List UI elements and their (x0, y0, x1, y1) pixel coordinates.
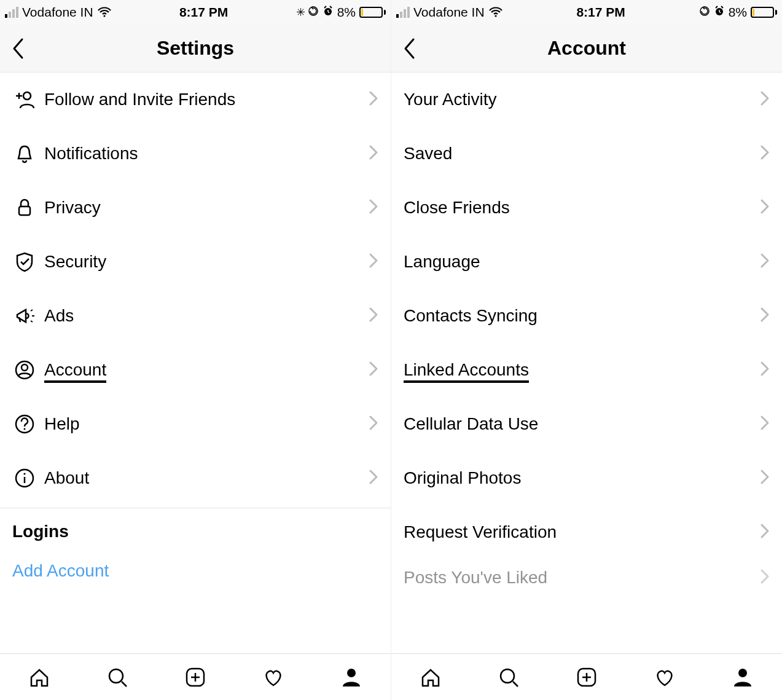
question-circle-icon (12, 412, 44, 436)
row-label: Original Photos (404, 468, 760, 488)
row-original-photos[interactable]: Original Photos (391, 451, 782, 505)
add-friend-icon (12, 87, 44, 112)
svg-point-6 (22, 364, 28, 371)
row-close-friends[interactable]: Close Friends (391, 181, 782, 235)
status-bar: Vodafone IN 8:17 PM ✳︎ 8% (0, 0, 391, 25)
tab-add[interactable] (574, 665, 599, 690)
row-saved[interactable]: Saved (391, 127, 782, 181)
row-label: Linked Accounts (404, 360, 760, 380)
account-list: Your Activity Saved Close Friends Langua… (391, 73, 782, 653)
lock-icon (12, 195, 44, 220)
row-your-activity[interactable]: Your Activity (391, 73, 782, 127)
svg-rect-4 (19, 206, 30, 215)
row-label: Privacy (44, 198, 369, 218)
tab-bar (391, 653, 782, 700)
row-ads[interactable]: Ads (0, 289, 391, 343)
chevron-right-icon (369, 90, 378, 109)
chevron-right-icon (369, 307, 378, 325)
row-linked-accounts[interactable]: Linked Accounts (391, 343, 782, 397)
clock: 8:17 PM (503, 5, 699, 20)
chevron-right-icon (760, 523, 770, 541)
row-notifications[interactable]: Notifications (0, 127, 391, 181)
svg-point-3 (23, 92, 31, 100)
svg-point-17 (501, 669, 514, 683)
loading-icon: ✳︎ (296, 6, 304, 19)
info-circle-icon (12, 466, 44, 490)
settings-list: Follow and Invite Friends Notifications … (0, 73, 391, 653)
tab-bar (0, 653, 391, 700)
row-label: Contacts Syncing (404, 306, 760, 326)
tab-home[interactable] (418, 665, 443, 690)
chevron-right-icon (760, 307, 770, 325)
row-label: Your Activity (404, 90, 760, 109)
row-contacts-syncing[interactable]: Contacts Syncing (391, 289, 782, 343)
battery-percent: 8% (337, 5, 356, 20)
chevron-right-icon (369, 415, 378, 433)
orientation-lock-icon (699, 5, 710, 20)
battery-icon (751, 7, 777, 18)
settings-screen: Vodafone IN 8:17 PM ✳︎ 8% Settings (0, 0, 391, 700)
add-account-link[interactable]: Add Account (0, 545, 391, 581)
tab-search[interactable] (105, 665, 130, 690)
tab-profile[interactable] (730, 665, 755, 690)
battery-percent: 8% (729, 5, 747, 20)
shield-check-icon (12, 250, 44, 274)
row-follow-invite[interactable]: Follow and Invite Friends (0, 73, 391, 127)
svg-point-13 (347, 669, 356, 677)
section-logins: Logins (0, 508, 391, 545)
back-button[interactable] (0, 37, 37, 60)
megaphone-icon (12, 304, 44, 328)
svg-point-11 (109, 669, 123, 683)
alarm-icon (323, 5, 334, 20)
tab-activity[interactable] (261, 665, 286, 690)
row-cellular-data[interactable]: Cellular Data Use (391, 397, 782, 451)
status-bar: Vodafone IN 8:17 PM 8% (391, 0, 782, 25)
wifi-icon (97, 7, 112, 18)
chevron-right-icon (760, 361, 770, 379)
row-label: Language (404, 252, 760, 272)
row-security[interactable]: Security (0, 235, 391, 289)
carrier-label: Vodafone IN (22, 5, 93, 20)
battery-icon (359, 7, 386, 18)
alarm-icon (714, 5, 725, 20)
svg-point-10 (23, 473, 25, 474)
row-label: Help (44, 414, 369, 434)
row-label: Follow and Invite Friends (44, 90, 369, 109)
row-privacy[interactable]: Privacy (0, 181, 391, 235)
row-label: Request Verification (404, 522, 760, 542)
row-help[interactable]: Help (0, 397, 391, 451)
bell-icon (12, 141, 44, 166)
signal-icon (396, 7, 410, 18)
chevron-right-icon (760, 415, 770, 433)
row-language[interactable]: Language (391, 235, 782, 289)
chevron-right-icon (760, 199, 770, 217)
user-circle-icon (12, 358, 44, 382)
row-label: Posts You've Liked (404, 568, 760, 588)
tab-search[interactable] (496, 665, 521, 690)
header-title: Settings (0, 37, 391, 60)
row-about[interactable]: About (0, 451, 391, 505)
carrier-label: Vodafone IN (413, 5, 485, 20)
chevron-right-icon (369, 469, 378, 487)
row-label: Close Friends (404, 198, 760, 218)
row-account[interactable]: Account (0, 343, 391, 397)
header-title: Account (391, 37, 782, 60)
chevron-right-icon (760, 90, 770, 109)
back-button[interactable] (391, 37, 428, 60)
tab-add[interactable] (183, 665, 208, 690)
tab-activity[interactable] (652, 665, 677, 690)
row-request-verification[interactable]: Request Verification (391, 505, 782, 559)
svg-point-19 (738, 669, 747, 677)
wifi-icon (488, 7, 503, 18)
row-label: Ads (44, 306, 369, 326)
tab-home[interactable] (27, 665, 52, 690)
chevron-right-icon (760, 568, 770, 587)
row-label: Security (44, 252, 369, 272)
tab-profile[interactable] (339, 665, 364, 690)
row-label: About (44, 468, 369, 488)
svg-point-14 (495, 15, 496, 17)
nav-header: Account (391, 25, 782, 73)
row-label: Cellular Data Use (404, 414, 760, 434)
row-posts-liked[interactable]: Posts You've Liked (391, 559, 782, 596)
chevron-right-icon (369, 199, 378, 217)
